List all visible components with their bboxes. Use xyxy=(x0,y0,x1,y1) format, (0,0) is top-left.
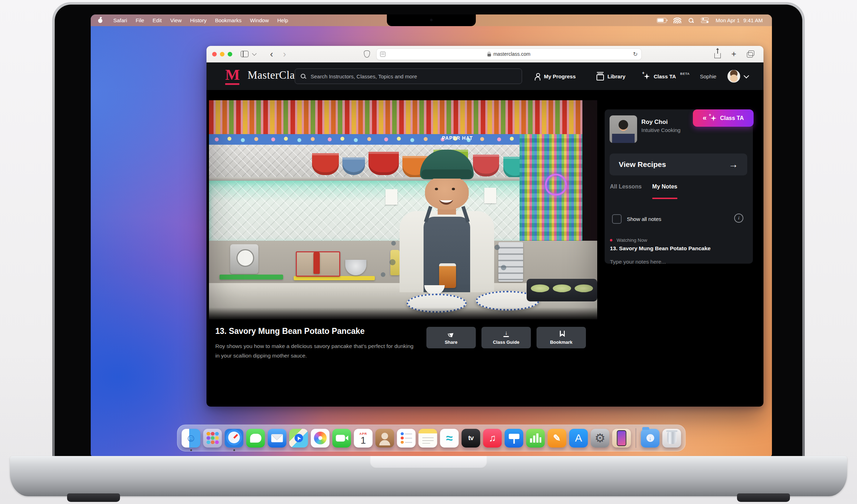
menu-item[interactable]: Window xyxy=(246,17,273,23)
arrow-right-icon: → xyxy=(729,159,738,170)
action-label: Class Guide xyxy=(493,340,519,345)
dock-maps[interactable] xyxy=(289,429,308,448)
dock-safari[interactable] xyxy=(225,429,244,448)
dock-photos[interactable] xyxy=(311,429,330,448)
address-bar[interactable]: masterclass.com ↻ xyxy=(376,48,642,60)
Share[interactable]: Share xyxy=(426,327,476,348)
watching-now-badge: Watching Now xyxy=(610,238,647,243)
menu-item[interactable]: View xyxy=(166,17,186,23)
tab-overview-icon[interactable] xyxy=(747,52,753,58)
search-input[interactable]: Search Instructors, Classes, Topics and … xyxy=(295,68,522,84)
dock-reminders[interactable] xyxy=(397,429,416,448)
wifi-icon[interactable] xyxy=(673,18,681,23)
masterclass-logo[interactable]: M MasterClass xyxy=(225,67,304,83)
dock-iphone-mirroring[interactable] xyxy=(612,429,631,448)
control-center-icon[interactable] xyxy=(701,18,709,23)
forward-button[interactable]: › xyxy=(278,49,291,59)
date-label: Mon Apr 1 xyxy=(716,17,740,23)
dock-launchpad[interactable] xyxy=(203,429,222,448)
dock-finder[interactable]: ☺ xyxy=(182,429,200,448)
current-lesson-title: 13. Savory Mung Bean Potato Pancake xyxy=(610,245,711,252)
action-label: Share xyxy=(445,340,457,345)
window-controls xyxy=(212,52,232,56)
dock-trash[interactable] xyxy=(663,429,681,448)
video-player[interactable]: PAPER HAT xyxy=(209,100,597,319)
dock-mail[interactable] xyxy=(268,429,287,448)
dock-notes[interactable] xyxy=(419,429,437,448)
show-all-notes-checkbox[interactable] xyxy=(612,214,622,224)
dock-app-store[interactable]: A xyxy=(569,429,588,448)
apple-menu-icon[interactable] xyxy=(98,18,103,23)
Class Guide[interactable]: Class Guide xyxy=(481,327,531,348)
zoom-window-button[interactable] xyxy=(228,52,232,56)
search-icon xyxy=(301,74,306,79)
rubber-foot xyxy=(737,493,790,502)
safari-toolbar: ‹ › masterclass.com ↻ xyxy=(206,46,763,62)
instructor-photo xyxy=(610,115,637,143)
menu-bar-status: Mon Apr 1 9:41 AM xyxy=(657,17,772,23)
menu-item[interactable]: File xyxy=(131,17,148,23)
download-icon xyxy=(503,331,510,337)
menu-item[interactable]: Edit xyxy=(148,17,166,23)
menu-item[interactable]: Bookmarks xyxy=(211,17,246,23)
macbook-base xyxy=(10,456,847,496)
sidebar-icon[interactable] xyxy=(241,51,248,57)
battery-icon[interactable] xyxy=(657,18,666,23)
dock-freeform[interactable]: ≈ xyxy=(440,429,459,448)
dock-messages[interactable] xyxy=(246,429,265,448)
new-tab-button[interactable]: + xyxy=(731,50,736,58)
menu-item[interactable]: History xyxy=(186,17,211,23)
spotlight-icon[interactable] xyxy=(688,18,694,23)
Bookmark[interactable]: Bookmark xyxy=(537,327,586,348)
masterclass-page: M MasterClass Search Instructors, Classe… xyxy=(206,62,763,407)
dock: ☺ xyxy=(177,425,686,451)
desktop: SafariFileEditViewHistoryBookmarksWindow… xyxy=(0,0,857,504)
sidebar-chevron-icon[interactable] xyxy=(252,51,257,56)
dock-separator[interactable] xyxy=(636,428,636,448)
dock-facetime[interactable] xyxy=(332,429,351,448)
close-window-button[interactable] xyxy=(212,52,217,56)
watching-dot-icon xyxy=(610,239,612,241)
safari-window: ‹ › masterclass.com ↻ xyxy=(206,46,763,407)
dock-downloads[interactable]: ↓ xyxy=(641,429,660,448)
dock-music[interactable]: ♫ xyxy=(483,429,502,448)
My Notes[interactable]: My Notes xyxy=(652,184,677,194)
minimize-window-button[interactable] xyxy=(220,52,224,56)
share-icon[interactable] xyxy=(714,53,721,58)
action-label: Bookmark xyxy=(550,340,573,345)
notes-input[interactable]: Type your notes here... xyxy=(610,259,666,265)
dock-keynote[interactable] xyxy=(505,429,523,448)
screen-wallpaper: SafariFileEditViewHistoryBookmarksWindow… xyxy=(91,14,772,456)
rubber-foot xyxy=(67,493,120,502)
info-icon[interactable]: i xyxy=(734,214,743,223)
menu-item[interactable]: Help xyxy=(273,17,293,23)
video-vignette xyxy=(209,100,597,319)
dock-system-settings[interactable]: ⚙ xyxy=(591,429,610,448)
nav-my-progress[interactable]: My Progress xyxy=(535,62,576,90)
dock-contacts[interactable] xyxy=(376,429,394,448)
lid-lift-notch xyxy=(370,456,487,469)
instructor-name: Roy Choi xyxy=(641,119,668,126)
view-recipes-button[interactable]: View Recipes → xyxy=(610,154,747,175)
dock-apple-tv[interactable]: tv xyxy=(462,429,480,448)
lesson-description: Roy shows you how to make a delicious sa… xyxy=(215,341,416,360)
dock-numbers[interactable] xyxy=(526,429,545,448)
macbook-lid: SafariFileEditViewHistoryBookmarksWindow… xyxy=(52,2,805,456)
camera-icon xyxy=(430,19,433,21)
instructor-class-label: Intuitive Cooking xyxy=(641,127,681,133)
lesson-title: 13. Savory Mung Bean Potato Pancake xyxy=(215,326,365,336)
toolbar-right: + xyxy=(714,50,758,58)
All Lessons[interactable]: All Lessons xyxy=(610,184,642,194)
dock-calendar[interactable]: APR 1 xyxy=(354,429,373,448)
class-ta-button[interactable]: « + Class TA xyxy=(693,109,754,127)
menu-item[interactable]: Safari xyxy=(109,17,131,23)
back-button[interactable]: ‹ xyxy=(265,49,278,59)
time-label: 9:41 AM xyxy=(743,17,763,23)
camera-notch xyxy=(387,14,476,26)
privacy-shield-icon[interactable] xyxy=(364,50,370,58)
dock-pages[interactable]: ✎ xyxy=(548,429,567,448)
search-placeholder: Search Instructors, Classes, Topics and … xyxy=(311,73,417,79)
sparkle-icon: + xyxy=(710,115,717,122)
menu-bar-clock[interactable]: Mon Apr 1 9:41 AM xyxy=(716,17,763,23)
show-all-notes-label: Show all notes xyxy=(627,216,661,222)
